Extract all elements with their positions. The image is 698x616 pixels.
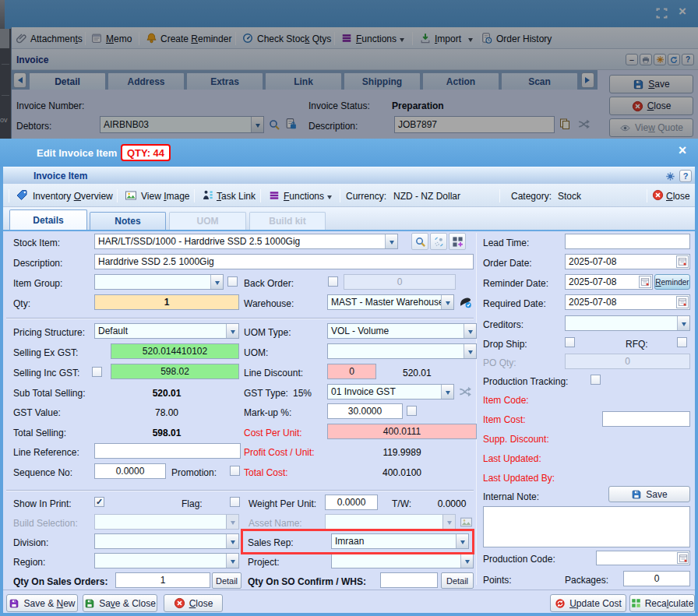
qty-confirm-detail-button[interactable]: Detail — [441, 572, 474, 589]
selling-inc-gst-checkbox[interactable] — [92, 367, 102, 377]
drop-ship-checkbox[interactable] — [565, 337, 575, 347]
tab-notes[interactable]: Notes — [90, 212, 166, 230]
stock-swap-icon[interactable] — [430, 233, 447, 250]
stock-item-select[interactable]: HAR/LT/SSD/1000 - Harddrive SSD 2.5 1000… — [94, 234, 398, 249]
qty-so-confirm-label: Qty On SO Confirm / WHS: — [248, 576, 366, 587]
item-group-select[interactable] — [94, 274, 224, 290]
dialog-close-button[interactable]: Close — [666, 191, 690, 202]
weight-per-unit-input[interactable]: 0.0000 — [325, 495, 378, 510]
tab-details[interactable]: Details — [9, 209, 87, 230]
reminder-date-input[interactable]: 2025-07-08 — [565, 274, 653, 290]
division-select[interactable] — [94, 533, 239, 549]
qty-so-confirm-field[interactable] — [380, 572, 438, 588]
profit-cost-unit-value: 119.9989 — [327, 447, 477, 458]
inventory-overview-button[interactable]: Inventory Overview — [33, 191, 113, 202]
line-reference-label: Line Reference: — [13, 447, 79, 458]
save-and-close-button[interactable]: Save & Close — [83, 594, 157, 612]
calendar-icon[interactable] — [677, 552, 689, 564]
recalculate-button[interactable]: Recalculate — [629, 594, 695, 612]
creditors-select[interactable] — [565, 315, 690, 331]
item-cost-input[interactable] — [602, 411, 690, 427]
dropdown-arrow-icon[interactable] — [464, 324, 476, 338]
selling-ex-gst-field[interactable]: 520.014410102 — [111, 343, 239, 359]
last-updated-label: Last Updated: — [483, 453, 541, 464]
order-date-label: Order Date: — [483, 258, 532, 269]
dropdown-arrow-icon[interactable] — [441, 385, 453, 399]
gst-type-label: GST Type: — [244, 388, 288, 399]
order-date-input[interactable]: 2025-07-08 — [565, 254, 690, 269]
line-discount-amount: 520.01 — [403, 368, 432, 378]
dropdown-arrow-icon[interactable] — [464, 344, 476, 358]
item-description-input[interactable]: Harddrive SSD 2.5 1000Gig — [94, 254, 474, 269]
pricing-structure-select[interactable]: Default — [94, 323, 239, 339]
dropdown-arrow-icon[interactable] — [385, 234, 397, 248]
production-code-input[interactable] — [596, 551, 690, 565]
qty-so-detail-button[interactable]: Detail — [212, 572, 241, 589]
sub-total-selling-label: Sub Total Selling: — [13, 388, 86, 399]
task-link-button[interactable]: Task Link — [217, 191, 256, 202]
total-selling-value: 598.01 — [94, 428, 239, 438]
dropdown-arrow-icon[interactable] — [210, 275, 223, 289]
dropdown-arrow-icon[interactable] — [677, 316, 689, 330]
promotion-checkbox[interactable] — [230, 466, 240, 476]
dropdown-arrow-icon[interactable] — [441, 295, 453, 309]
uom-type-select[interactable]: VOL - Volume — [327, 323, 477, 339]
selling-inc-gst-field[interactable]: 598.02 — [111, 364, 239, 379]
internal-note-textarea[interactable] — [483, 506, 690, 547]
cost-per-unit-field[interactable]: 400.0111 — [327, 424, 477, 439]
warehouse-select[interactable]: MAST - Master Warehouse — [327, 294, 454, 310]
lead-time-label: Lead Time: — [483, 238, 529, 248]
markup-input[interactable]: 30.0000 — [327, 403, 403, 419]
packages-field[interactable]: 0 — [623, 571, 690, 586]
dropdown-arrow-icon[interactable] — [226, 534, 238, 548]
lead-time-input[interactable] — [565, 234, 690, 249]
uom-select[interactable] — [327, 343, 477, 359]
dropdown-arrow-icon[interactable] — [226, 554, 238, 568]
warehouse-globe-icon[interactable] — [457, 295, 473, 310]
sequence-no-input[interactable]: 0.0000 — [94, 463, 166, 479]
dropdown-arrow-icon[interactable] — [226, 324, 238, 338]
markup-checkbox[interactable] — [407, 406, 417, 416]
show-in-print-checkbox[interactable]: ✓ — [94, 497, 104, 507]
stock-grid-icon[interactable] — [449, 233, 466, 250]
production-tracking-checkbox[interactable] — [590, 375, 601, 385]
rfq-checkbox[interactable] — [677, 337, 687, 347]
qty-input[interactable]: 1 — [94, 294, 239, 310]
tab-build-kit[interactable]: Build kit — [249, 212, 326, 230]
line-discount-field[interactable]: 0 — [327, 364, 376, 379]
gst-type-select[interactable]: 01 Invoice GST — [327, 384, 454, 400]
modal-dim-overlay — [0, 0, 698, 139]
gst-shuffle-icon[interactable] — [457, 385, 472, 399]
internal-note-label: Internal Note: — [483, 491, 539, 502]
item-group-checkbox[interactable] — [227, 276, 238, 287]
calendar-icon[interactable] — [676, 296, 689, 308]
dropdown-arrow-icon — [442, 515, 455, 529]
dialog-toolbar: Inventory Overview View Image Task Link … — [3, 184, 695, 207]
reminder-button[interactable]: Reminder — [654, 274, 690, 290]
gear-icon[interactable] — [665, 171, 675, 181]
project-select[interactable] — [331, 553, 474, 568]
calendar-icon[interactable] — [676, 255, 689, 268]
qty-on-sales-orders-field[interactable]: 1 — [115, 572, 210, 588]
update-cost-button[interactable]: Update Cost — [550, 594, 626, 612]
dialog-close-icon[interactable]: × — [675, 143, 690, 161]
dialog-help-button[interactable]: ? — [679, 170, 692, 182]
last-updated-by-label: Last Updated By: — [483, 473, 555, 484]
dialog-close-toolbar-icon — [652, 189, 664, 201]
dropdown-arrow-icon[interactable] — [460, 554, 473, 568]
stock-search-icon[interactable] — [411, 233, 428, 250]
flag-checkbox[interactable] — [230, 497, 240, 507]
dialog-close-footer-button[interactable]: Close — [164, 594, 223, 612]
view-image-button[interactable]: View Image — [141, 191, 190, 202]
qty-label: Qty: — [13, 298, 30, 309]
calendar-icon[interactable] — [639, 276, 651, 288]
save-and-new-button[interactable]: Save & New — [6, 594, 78, 612]
cost-per-unit-label: Cost Per Unit: — [244, 428, 302, 438]
line-reference-input[interactable] — [94, 443, 241, 459]
tab-uom[interactable]: UOM — [169, 212, 246, 230]
required-date-input[interactable]: 2025-07-08 — [565, 294, 690, 310]
internal-note-save-button[interactable]: Save — [608, 486, 690, 502]
region-select[interactable] — [94, 553, 239, 568]
back-order-checkbox[interactable] — [328, 276, 338, 287]
dialog-functions-button[interactable]: Functions — [284, 191, 324, 202]
